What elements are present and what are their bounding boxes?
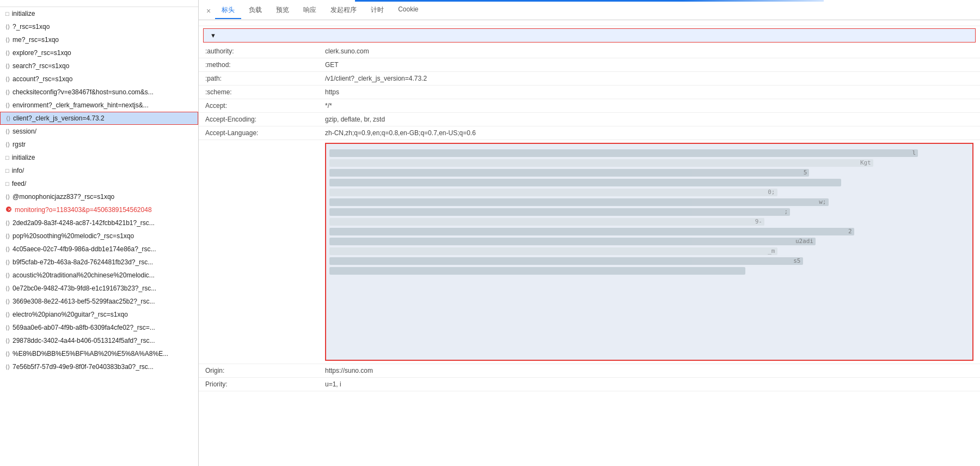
tab-preview[interactable]: 预览 (270, 2, 296, 19)
code-icon: ⟨⟩ (6, 115, 10, 122)
list-item[interactable]: ⟨⟩3669e308-8e22-4613-bef5-5299faac25b2?_… (0, 295, 198, 308)
blurred-line (329, 228, 854, 235)
blurred-line (329, 179, 841, 186)
blurred-line (329, 257, 803, 265)
header-row: :scheme:https (199, 86, 980, 99)
blurred-line (329, 149, 918, 157)
close-icon[interactable]: × (203, 7, 214, 15)
header-value: https (325, 88, 973, 96)
tab-cookie[interactable]: Cookie (391, 2, 425, 19)
content-area: ▼ :authority:clerk.suno.com:method:GET:p… (199, 20, 980, 466)
code-icon: ⟨⟩ (5, 128, 10, 135)
code-icon: ⟨⟩ (5, 350, 10, 358)
header-value: GET (325, 61, 973, 69)
list-item[interactable]: ⟨⟩search?_rsc=s1xqo (0, 59, 198, 72)
list-item-label: checksiteconfig?v=e38467f&host=suno.com&… (13, 88, 154, 96)
list-item[interactable]: ⟨⟩?_rsc=s1xqo (0, 20, 198, 33)
tab-initiator[interactable]: 发起程序 (324, 2, 363, 19)
list-item[interactable]: ⟨⟩@monophonicjazz837?_rsc=s1xqo (0, 190, 198, 203)
list-item[interactable]: ⟨⟩0e72bc0e-9482-473b-9fd8-e1c191673b23?_… (0, 282, 198, 295)
code-icon: ⟨⟩ (5, 50, 10, 57)
list-item-label: me?_rsc=s1xqo (13, 36, 59, 44)
list-item[interactable]: ⟨⟩account?_rsc=s1xqo (0, 72, 198, 86)
list-item[interactable]: ⟨⟩rgstr (0, 138, 198, 151)
list-item[interactable]: ⟨⟩acoustic%20traditional%20chinese%20mel… (0, 269, 198, 282)
list-item-label: pop%20soothing%20melodic?_rsc=s1xqo (13, 232, 134, 240)
header-value: gzip, deflate, br, zstd (325, 116, 973, 123)
code-icon: ⟨⟩ (5, 63, 10, 70)
right-panel: × 标头负载预览响应发起程序计时Cookie ▼ :authority:cler… (199, 0, 980, 466)
after-cookie-list: Origin:https://suno.comPriority:u=1, i (199, 364, 980, 391)
list-item[interactable]: □info/ (0, 164, 198, 177)
header-row: :method:GET (199, 58, 980, 72)
header-value: */* (325, 102, 973, 110)
list-item-label: b9f5cfab-e72b-463a-8a2d-7624481fb23d?_rs… (13, 258, 153, 266)
error-icon: ✕ (5, 206, 12, 214)
left-header (0, 0, 198, 7)
list-item-label: electro%20piano%20guitar?_rsc=s1xqo (13, 311, 128, 318)
normal-row: Priority:u=1, i (199, 378, 980, 391)
list-item[interactable]: ⟨⟩checksiteconfig?v=e38467f&host=suno.co… (0, 86, 198, 99)
list-item[interactable]: ⟨⟩environment?_clerk_framework_hint=next… (0, 99, 198, 112)
list-item[interactable]: ⟨⟩electro%20piano%20guitar?_rsc=s1xqo (0, 308, 198, 321)
xrobots-row (199, 20, 980, 26)
list-item[interactable]: □feed/ (0, 177, 198, 190)
tabs-container: 标头负载预览响应发起程序计时Cookie (215, 2, 425, 19)
code-icon: ⟨⟩ (5, 246, 10, 253)
tab-timing[interactable]: 计时 (364, 2, 390, 19)
list-item-label: info/ (12, 167, 24, 174)
list-item[interactable]: ⟨⟩2ded2a09-8a3f-4248-ac87-142fcbb421b1?_… (0, 216, 198, 229)
cookie-row (199, 140, 980, 364)
list-item-label: session/ (13, 128, 36, 135)
list-item[interactable]: □initialize (0, 7, 198, 20)
list-item-label: rgstr (13, 141, 26, 148)
code-icon: ⟨⟩ (5, 324, 10, 331)
list-item[interactable]: □initialize (0, 151, 198, 164)
list-item[interactable]: ⟨⟩client?_clerk_js_version=4.73.2 (0, 112, 198, 125)
list-item[interactable]: ⟨⟩me?_rsc=s1xqo (0, 33, 198, 46)
request-headers-list: :authority:clerk.suno.com:method:GET:pat… (199, 45, 980, 140)
header-row: Accept-Encoding:gzip, deflate, br, zstd (199, 113, 980, 126)
normal-key: Priority: (205, 380, 325, 388)
cookie-key (205, 143, 325, 144)
header-key: :scheme: (205, 88, 325, 96)
blurred-line (329, 208, 790, 216)
list-item[interactable]: ⟨⟩pop%20soothing%20melodic?_rsc=s1xqo (0, 229, 198, 243)
list-item-label: initialize (12, 10, 35, 17)
header-key: Accept-Encoding: (205, 116, 325, 123)
list-item[interactable]: ✕monitoring?o=1183403&p=450638915456204​… (0, 203, 198, 216)
tab-headers[interactable]: 标头 (215, 2, 241, 19)
list-item[interactable]: ⟨⟩569aa0e6-ab07-4f9b-a8fb-6309fa4cfe02?_… (0, 321, 198, 334)
list-item[interactable]: ⟨⟩b9f5cfab-e72b-463a-8a2d-7624481fb23d?_… (0, 256, 198, 269)
header-value: /v1/client?_clerk_js_version=4.73.2 (325, 75, 973, 82)
header-value: zh-CN,zh;q=0.9,en;q=0.8,en-GB;q=0.7,en-U… (325, 129, 973, 137)
code-icon: ⟨⟩ (5, 233, 10, 240)
folder-icon: □ (5, 180, 9, 187)
blurred-line (329, 218, 764, 226)
list-item-label: feed/ (12, 180, 27, 187)
code-icon: ⟨⟩ (5, 337, 10, 344)
list-item-label: environment?_clerk_framework_hint=nextjs… (13, 101, 149, 109)
header-key: Accept-Language: (205, 129, 325, 137)
list-item[interactable]: ⟨⟩7e56b5f7-57d9-49e9-8f0f-7e040383b3a0?_… (0, 360, 198, 373)
request-headers-section[interactable]: ▼ (203, 28, 976, 43)
code-icon: ⟨⟩ (5, 285, 10, 292)
tab-payload[interactable]: 负载 (242, 2, 268, 19)
list-item[interactable]: ⟨⟩session/ (0, 125, 198, 138)
normal-value: https://suno.com (325, 367, 973, 374)
list-item-label: 2ded2a09-8a3f-4248-ac87-142fcbb421b1?_rs… (13, 219, 155, 227)
list-item[interactable]: ⟨⟩%E8%BD%BB%E5%BF%AB%20%E5%8A%A8%E... (0, 347, 198, 360)
list-item[interactable]: ⟨⟩29878ddc-3402-4a44-b406-0513124f5afd?_… (0, 334, 198, 347)
cookie-value-area (325, 143, 973, 361)
list-item[interactable]: ⟨⟩4c05aece-02c7-4fb9-986a-ddb1e174e86a?_… (0, 243, 198, 256)
tab-response[interactable]: 响应 (297, 2, 323, 19)
blurred-line (329, 169, 809, 177)
arrow-icon: ▼ (210, 32, 216, 39)
list-item-label: 4c05aece-02c7-4fb9-986a-ddb1e174e86a?_rs… (13, 245, 156, 253)
code-icon: ⟨⟩ (5, 76, 10, 83)
normal-row: Origin:https://suno.com (199, 364, 980, 378)
left-panel: □initialize⟨⟩?_rsc=s1xqo⟨⟩me?_rsc=s1xqo⟨… (0, 0, 199, 466)
list-item-label: 0e72bc0e-9482-473b-9fd8-e1c191673b23?_rs… (13, 285, 156, 292)
list-item-label: 3669e308-8e22-4613-bef5-5299faac25b2?_rs… (13, 298, 155, 305)
list-item[interactable]: ⟨⟩explore?_rsc=s1xqo (0, 46, 198, 59)
